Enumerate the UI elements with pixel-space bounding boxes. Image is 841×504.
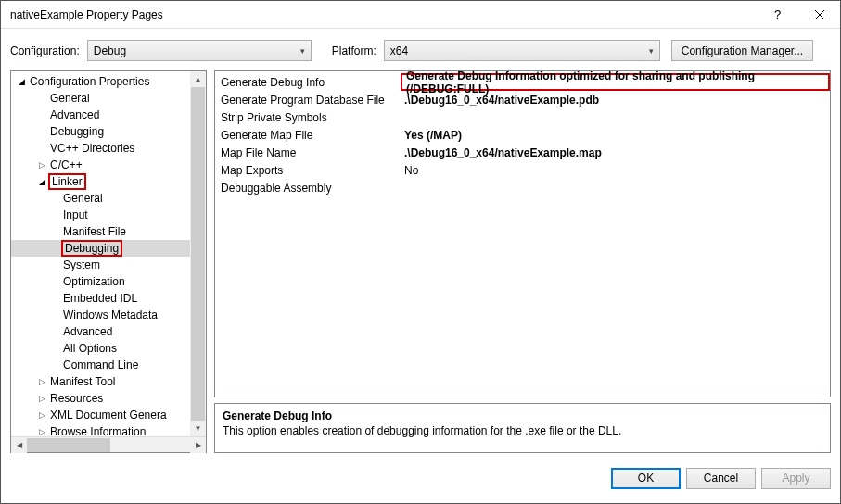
config-manager-button[interactable]: Configuration Manager... bbox=[671, 40, 813, 61]
scroll-right-icon[interactable]: ▶ bbox=[190, 437, 206, 453]
tree-label: Linker bbox=[48, 173, 86, 190]
prop-value[interactable]: .\Debug16_0_x64/nativeExample.pdb bbox=[401, 94, 830, 107]
grid-row[interactable]: Strip Private Symbols bbox=[215, 108, 830, 126]
expand-icon[interactable]: ▷ bbox=[35, 427, 48, 436]
expand-icon[interactable]: ▷ bbox=[35, 410, 48, 420]
prop-name: Generate Program Database File bbox=[215, 94, 401, 107]
collapse-icon[interactable]: ◢ bbox=[35, 177, 48, 186]
collapse-icon[interactable]: ◢ bbox=[15, 77, 28, 86]
description-panel: Generate Debug Info This option enables … bbox=[214, 403, 831, 453]
grid-row[interactable]: Generate Program Database File.\Debug16_… bbox=[215, 91, 830, 108]
grid-row[interactable]: Generate Map FileYes (/MAP) bbox=[215, 126, 830, 144]
tree-item-manifesttool[interactable]: ▷Manifest Tool bbox=[11, 373, 190, 390]
prop-name: Debuggable Assembly bbox=[215, 182, 401, 195]
configuration-label: Configuration: bbox=[10, 44, 80, 57]
tree-label: VC++ Directories bbox=[48, 142, 136, 155]
grid-row[interactable]: Map File Name.\Debug16_0_x64/nativeExamp… bbox=[215, 144, 830, 161]
tree-item-general[interactable]: General bbox=[11, 90, 190, 107]
tree-label: Advanced bbox=[61, 325, 114, 338]
tree-item-linker-winmd[interactable]: Windows Metadata bbox=[11, 307, 190, 323]
tree-label: Manifest Tool bbox=[48, 375, 117, 388]
scroll-left-icon[interactable]: ◀ bbox=[11, 437, 27, 453]
expand-icon[interactable]: ▷ bbox=[35, 394, 48, 403]
prop-name: Generate Debug Info bbox=[215, 76, 401, 89]
scroll-thumb[interactable] bbox=[191, 87, 205, 421]
prop-name: Map Exports bbox=[215, 164, 401, 177]
tree-label: Debugging bbox=[61, 240, 122, 257]
tree-label: Windows Metadata bbox=[61, 309, 159, 321]
platform-value: x64 bbox=[390, 44, 408, 57]
tree-item-cpp[interactable]: ▷C/C++ bbox=[11, 157, 190, 173]
tree-item-resources[interactable]: ▷Resources bbox=[11, 390, 190, 407]
tree-item-linker-optimization[interactable]: Optimization bbox=[11, 273, 190, 290]
tree-item-linker-debugging[interactable]: Debugging bbox=[11, 240, 190, 257]
tree-item-linker-embeddedidl[interactable]: Embedded IDL bbox=[11, 290, 190, 307]
tree-item-xmldocgen[interactable]: ▷XML Document Genera bbox=[11, 407, 190, 423]
prop-value[interactable]: No bbox=[401, 164, 830, 177]
description-title: Generate Debug Info bbox=[223, 410, 822, 422]
platform-dropdown[interactable]: x64 ▾ bbox=[384, 40, 660, 61]
ok-button[interactable]: OK bbox=[611, 468, 681, 489]
tree-label: System bbox=[61, 258, 102, 271]
main-area: ◢ Configuration Properties General Advan… bbox=[1, 70, 840, 462]
tree-item-advanced[interactable]: Advanced bbox=[11, 107, 190, 123]
titlebar: nativeExample Property Pages ? bbox=[1, 1, 840, 29]
tree-label: General bbox=[48, 92, 92, 105]
tree-panel: ◢ Configuration Properties General Advan… bbox=[10, 70, 207, 453]
tree-item-browseinfo[interactable]: ▷Browse Information bbox=[11, 423, 190, 436]
tree-label: Debugging bbox=[48, 125, 106, 138]
tree-item-linker[interactable]: ◢Linker bbox=[11, 173, 190, 190]
tree-label: Embedded IDL bbox=[61, 292, 139, 305]
expand-icon[interactable]: ▷ bbox=[35, 160, 48, 170]
footer: OK Cancel Apply bbox=[1, 462, 840, 503]
grid-row[interactable]: Map ExportsNo bbox=[215, 161, 830, 179]
tree[interactable]: ◢ Configuration Properties General Advan… bbox=[11, 71, 190, 436]
configuration-value: Debug bbox=[94, 44, 126, 57]
scroll-up-icon[interactable]: ▲ bbox=[190, 71, 206, 87]
tree-label: All Options bbox=[61, 342, 119, 355]
tree-item-linker-input[interactable]: Input bbox=[11, 207, 190, 223]
tree-label: Optimization bbox=[61, 275, 127, 288]
tree-item-debugging[interactable]: Debugging bbox=[11, 123, 190, 140]
scroll-down-icon[interactable]: ▼ bbox=[190, 421, 206, 436]
tree-item-linker-manifest[interactable]: Manifest File bbox=[11, 223, 190, 240]
tree-label: Browse Information bbox=[48, 425, 147, 436]
tree-item-vcdirs[interactable]: VC++ Directories bbox=[11, 140, 190, 157]
window-title: nativeExample Property Pages bbox=[10, 8, 757, 21]
chevron-down-icon: ▾ bbox=[649, 46, 654, 56]
tree-label: XML Document Genera bbox=[48, 409, 169, 422]
scroll-thumb[interactable] bbox=[27, 438, 110, 452]
grid-row[interactable]: Debuggable Assembly bbox=[215, 179, 830, 196]
configuration-dropdown[interactable]: Debug ▾ bbox=[87, 40, 312, 61]
tree-label: Command Line bbox=[61, 359, 140, 372]
tree-vscrollbar[interactable]: ▲ ▼ bbox=[190, 71, 206, 436]
close-button[interactable] bbox=[798, 1, 840, 29]
apply-button[interactable]: Apply bbox=[761, 468, 831, 489]
tree-item-linker-cmdline[interactable]: Command Line bbox=[11, 357, 190, 373]
tree-item-linker-advanced[interactable]: Advanced bbox=[11, 323, 190, 340]
chevron-down-icon: ▾ bbox=[300, 46, 305, 56]
tree-item-linker-general[interactable]: General bbox=[11, 190, 190, 207]
close-icon bbox=[815, 10, 824, 19]
help-button[interactable]: ? bbox=[757, 1, 798, 29]
prop-value[interactable]: Yes (/MAP) bbox=[401, 129, 830, 142]
tree-label: General bbox=[61, 192, 105, 205]
tree-label: Manifest File bbox=[61, 225, 128, 238]
tree-hscrollbar[interactable]: ◀ ▶ bbox=[11, 436, 206, 452]
property-grid[interactable]: Generate Debug InfoGenerate Debug Inform… bbox=[214, 70, 831, 397]
tree-root[interactable]: ◢ Configuration Properties bbox=[11, 73, 190, 90]
tree-item-linker-system[interactable]: System bbox=[11, 257, 190, 273]
config-manager-label: Configuration Manager... bbox=[682, 44, 803, 57]
tree-label: Resources bbox=[48, 392, 105, 405]
tree-item-linker-alloptions[interactable]: All Options bbox=[11, 340, 190, 357]
prop-value[interactable]: .\Debug16_0_x64/nativeExample.map bbox=[401, 146, 830, 159]
prop-value[interactable]: Generate Debug Information optimized for… bbox=[401, 73, 830, 91]
grid-row[interactable]: Generate Debug InfoGenerate Debug Inform… bbox=[215, 73, 830, 91]
tree-label: Configuration Properties bbox=[28, 75, 151, 88]
expand-icon[interactable]: ▷ bbox=[35, 377, 48, 386]
right-panel: Generate Debug InfoGenerate Debug Inform… bbox=[214, 70, 831, 453]
cancel-button[interactable]: Cancel bbox=[686, 468, 756, 489]
config-row: Configuration: Debug ▾ Platform: x64 ▾ C… bbox=[1, 29, 840, 70]
platform-label: Platform: bbox=[332, 44, 376, 57]
tree-label: Advanced bbox=[48, 108, 101, 121]
